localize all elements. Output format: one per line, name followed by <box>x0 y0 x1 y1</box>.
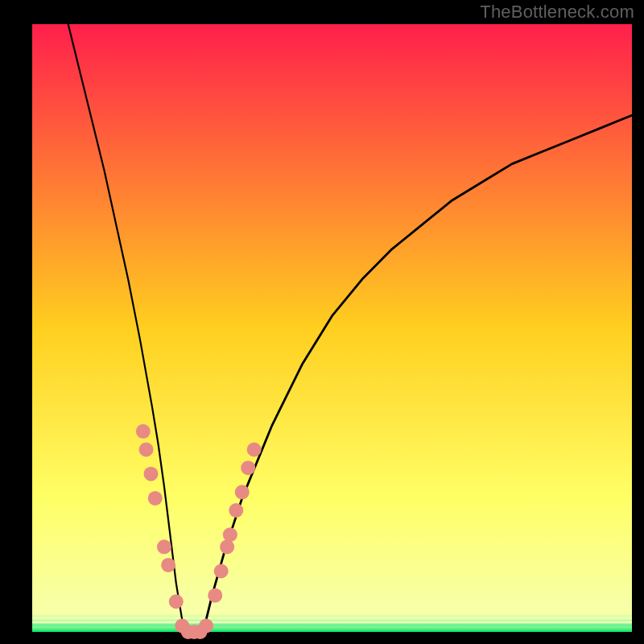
highlight-marker <box>241 460 255 475</box>
highlight-marker <box>235 485 250 499</box>
highlight-marker <box>161 558 175 572</box>
highlight-marker <box>208 588 222 603</box>
gradient-band <box>32 619 632 621</box>
highlight-marker <box>139 443 154 457</box>
highlight-marker <box>229 503 243 518</box>
highlight-marker <box>214 564 229 579</box>
watermark-text: TheBottleneck.com <box>480 2 634 23</box>
highlight-marker <box>144 467 159 481</box>
highlight-marker <box>223 527 237 542</box>
bottleneck-chart <box>0 0 644 644</box>
highlight-marker <box>136 424 151 439</box>
gradient-band <box>32 611 632 613</box>
highlight-marker <box>148 491 163 506</box>
highlight-marker <box>247 443 262 457</box>
gradient-band <box>32 615 632 617</box>
highlight-marker <box>220 539 234 554</box>
plot-area <box>32 24 632 632</box>
gradient-band <box>32 623 632 626</box>
highlight-marker <box>157 539 171 554</box>
highlight-marker <box>169 594 184 609</box>
chart-stage: TheBottleneck.com <box>0 0 644 644</box>
highlight-marker <box>199 618 213 633</box>
